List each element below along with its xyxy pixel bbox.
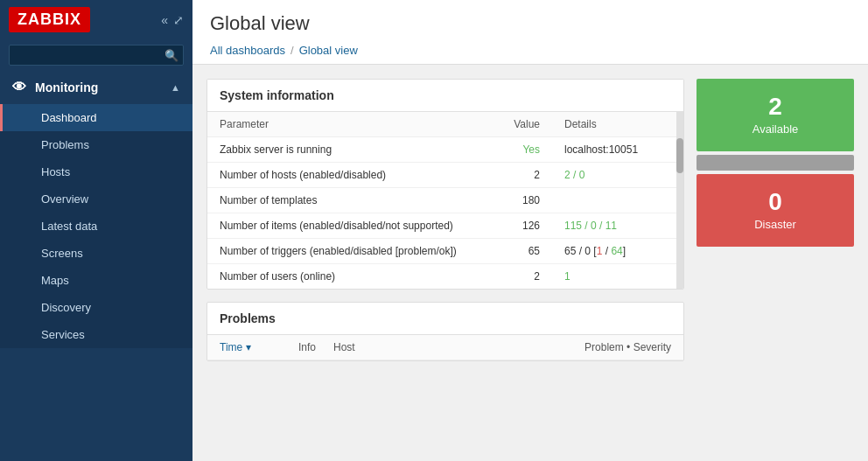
value-cell: 65 [482,239,552,264]
status-box-disaster[interactable]: 0 Disaster [696,174,854,247]
nav-monitoring[interactable]: 👁 Monitoring ▲ [0,71,192,104]
value-cell: 126 [482,213,552,239]
table-row: Number of templates 180 [207,188,683,213]
col-problem-severity: Problem • Severity [584,341,671,353]
expand-icon[interactable]: ⤢ [173,13,184,27]
sidebar-item-label: Problems [41,138,89,151]
sidebar-item-latest-data[interactable]: Latest data [0,213,192,240]
eye-icon: 👁 [12,80,26,95]
sidebar-item-maps[interactable]: Maps [0,267,192,294]
details-cell: 65 / 0 [1 / 64] [552,239,683,264]
breadcrumb-separator: / [290,44,294,57]
value-cell: Yes [482,137,552,163]
sidebar-item-label: Hosts [41,165,70,178]
search-wrap: 🔍 [9,45,184,66]
col-value: Value [482,112,552,137]
page-title: Global view [210,12,850,35]
status-box-available[interactable]: 2 Available [696,79,854,151]
monitoring-label: Monitoring [35,80,98,94]
main-header: Global view All dashboards / Global view [192,0,868,65]
sidebar-item-label: Services [41,328,85,341]
table-row: Zabbix server is running Yes localhost:1… [207,137,683,163]
system-info-panel-header: System information [207,80,683,112]
sidebar-item-discovery[interactable]: Discovery [0,294,192,321]
status-box-label: Disaster [754,218,796,231]
left-panels: System information Parameter Value Detai… [206,79,684,461]
problems-columns: Time Info Host Problem • Severity [207,335,683,360]
param-cell: Zabbix server is running [207,137,482,163]
sidebar-item-label: Dashboard [41,111,97,124]
table-row: Number of triggers (enabled/disabled [pr… [207,239,683,264]
col-details: Details [552,112,683,137]
col-host: Host [333,341,584,353]
param-cell: Number of triggers (enabled/disabled [pr… [207,239,482,264]
sidebar-item-services[interactable]: Services [0,321,192,348]
scrollbar[interactable] [676,112,683,289]
value-cell: 180 [482,188,552,213]
zabbix-logo: ZABBIX [9,7,90,32]
value-cell: 2 [482,163,552,188]
sidebar-item-dashboard[interactable]: Dashboard [0,104,192,131]
table-row: Number of hosts (enabled/disabled) 2 2 /… [207,163,683,188]
sidebar-item-overview[interactable]: Overview [0,185,192,213]
details-cell: 115 / 0 / 11 [552,213,683,239]
status-box-number: 2 [768,94,782,119]
sidebar-item-label: Screens [41,247,83,260]
sidebar-item-label: Maps [41,274,69,287]
search-icon: 🔍 [164,49,178,62]
table-header-row: Parameter Value Details [207,112,683,137]
breadcrumb: All dashboards / Global view [210,44,850,64]
param-cell: Number of users (online) [207,264,482,290]
details-cell: 1 [552,264,683,290]
system-info-table: Parameter Value Details Zabbix server is… [207,112,683,289]
param-cell: Number of hosts (enabled/disabled) [207,163,482,188]
sidebar: ZABBIX « ⤢ 🔍 👁 Monitoring ▲ Dashboard Pr… [0,0,192,461]
sidebar-header: ZABBIX « ⤢ [0,0,192,39]
chevron-icon: ▲ [171,82,180,93]
param-cell: Number of items (enabled/disabled/not su… [207,213,482,239]
table-row: Number of items (enabled/disabled/not su… [207,213,683,239]
sidebar-search-area: 🔍 [0,39,192,71]
col-time: Time [220,341,298,353]
status-box-number: 0 [768,190,782,214]
details-cell: localhost:10051 [552,137,683,163]
status-box-grey [696,155,854,171]
col-info: Info [298,341,333,353]
sidebar-item-label: Overview [41,192,88,206]
sidebar-item-label: Latest data [41,220,97,233]
table-row: Number of users (online) 2 1 [207,264,683,290]
collapse-icon[interactable]: « [161,13,168,27]
system-info-panel: System information Parameter Value Detai… [206,79,684,290]
scrollbar-thumb[interactable] [676,138,683,173]
breadcrumb-current: Global view [299,44,358,57]
sidebar-item-screens[interactable]: Screens [0,240,192,267]
status-box-label: Available [752,122,799,136]
col-parameter: Parameter [207,112,482,137]
value-cell: 2 [482,264,552,290]
sysinfo-wrap: Parameter Value Details Zabbix server is… [207,112,683,289]
nav-section-monitoring: 👁 Monitoring ▲ Dashboard Problems Hosts … [0,71,192,348]
content-area: System information Parameter Value Detai… [192,65,868,461]
problems-panel: Problems Time Info Host Problem • Severi… [206,302,684,361]
param-cell: Number of templates [207,188,482,213]
right-panels: 2 Available 0 Disaster [696,79,854,461]
breadcrumb-parent-link[interactable]: All dashboards [210,44,285,57]
details-cell: 2 / 0 [552,163,683,188]
sidebar-item-hosts[interactable]: Hosts [0,158,192,185]
main-content: Global view All dashboards / Global view… [192,0,868,461]
time-sort-button[interactable]: Time [220,341,251,353]
problems-panel-header: Problems [207,303,683,335]
sidebar-item-label: Discovery [41,301,91,314]
sidebar-icons: « ⤢ [161,13,184,27]
search-input[interactable] [9,45,184,66]
sidebar-item-problems[interactable]: Problems [0,131,192,158]
details-cell [552,188,683,213]
